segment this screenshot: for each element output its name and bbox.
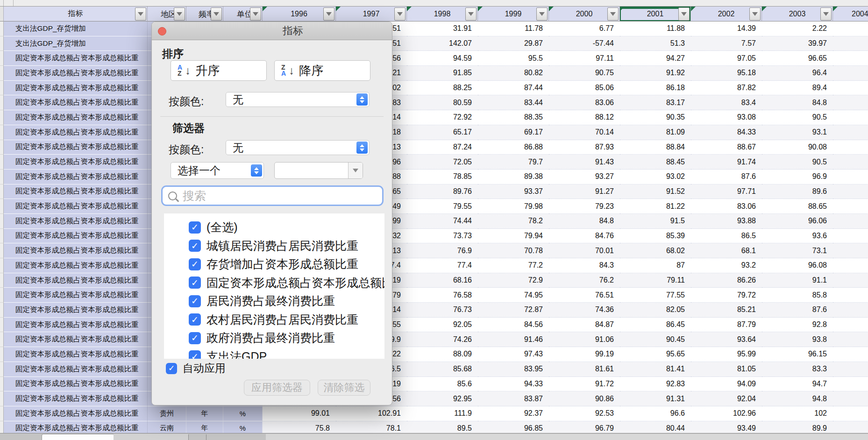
value-cell[interactable]: 86.88 <box>478 140 549 155</box>
value-cell[interactable]: 87.6 <box>762 303 833 318</box>
value-cell[interactable]: 92.95 <box>407 391 478 406</box>
value-cell[interactable]: 79.98 <box>478 199 549 214</box>
indicator-cell[interactable]: 固定资本形成总额占资本形成总额比重 <box>4 170 148 185</box>
value-cell[interactable]: 93.6 <box>762 229 833 244</box>
value-cell[interactable]: 91.92 <box>620 66 691 81</box>
value-cell[interactable]: 97.11 <box>549 51 620 66</box>
value-cell[interactable]: 86.26 <box>691 273 762 288</box>
filter-value-combobox[interactable] <box>274 162 363 179</box>
value-cell[interactable] <box>833 347 868 362</box>
value-cell[interactable]: 76.9 <box>407 243 478 258</box>
filter-dropdown-button[interactable] <box>174 7 185 21</box>
value-cell[interactable] <box>833 273 868 288</box>
value-cell[interactable]: 85.6 <box>407 377 478 392</box>
value-cell[interactable]: 11.78 <box>478 21 549 36</box>
value-cell[interactable]: 91.72 <box>549 377 620 392</box>
value-cell[interactable]: 92.05 <box>407 318 478 333</box>
value-cell[interactable]: 93.2 <box>691 258 762 273</box>
value-cell[interactable]: 99.19 <box>549 347 620 362</box>
indicator-cell[interactable]: 固定资本形成总额占资本形成总额比重 <box>4 318 148 333</box>
value-cell[interactable] <box>833 66 868 81</box>
value-cell[interactable]: 84.8 <box>549 214 620 229</box>
combo-dropdown-button[interactable] <box>348 163 363 178</box>
filter-dropdown-button[interactable] <box>250 7 261 21</box>
value-cell[interactable]: 81.05 <box>691 362 762 377</box>
value-cell[interactable]: 96.6 <box>620 406 691 421</box>
value-cell[interactable]: 93.08 <box>691 110 762 125</box>
value-cell[interactable]: 80.59 <box>407 95 478 110</box>
indicator-cell[interactable]: 固定资本形成总额占资本形成总额比重 <box>4 362 148 377</box>
filter-dropdown-button[interactable] <box>211 7 222 21</box>
value-cell[interactable]: 14.39 <box>691 21 762 36</box>
value-cell[interactable] <box>833 95 868 110</box>
value-cell[interactable]: 94.7 <box>762 377 833 392</box>
column-header-1998[interactable]: 1998 <box>407 7 478 21</box>
value-cell[interactable]: 111.9 <box>407 406 478 421</box>
value-cell[interactable]: 89.38 <box>478 170 549 185</box>
value-cell[interactable]: 29.87 <box>478 36 549 51</box>
value-cell[interactable]: 72.9 <box>478 273 549 288</box>
value-cell[interactable]: 84.56 <box>478 318 549 333</box>
auto-apply-checkbox[interactable]: ✓ <box>166 363 177 374</box>
value-cell[interactable]: 97.05 <box>691 51 762 66</box>
indicator-cell[interactable]: 固定资本形成总额占资本形成总额比重 <box>4 377 148 392</box>
value-cell[interactable]: 86.18 <box>620 81 691 96</box>
value-cell[interactable]: 2.22 <box>762 21 833 36</box>
value-cell[interactable]: 94.27 <box>620 51 691 66</box>
value-cell[interactable]: 83.06 <box>549 95 620 110</box>
filter-list-item[interactable]: ✓居民消费占最终消费比重 <box>164 292 384 311</box>
column-header-1997[interactable]: 1997 <box>336 7 407 21</box>
filter-list-item[interactable]: ✓城镇居民消费占居民消费比重 <box>164 237 384 255</box>
value-cell[interactable]: 83.4 <box>691 95 762 110</box>
filter-dropdown-button[interactable] <box>678 7 690 21</box>
value-cell[interactable] <box>833 229 868 244</box>
value-cell[interactable]: 91.5 <box>620 214 691 229</box>
value-cell[interactable] <box>833 81 868 96</box>
filter-list-item[interactable]: ✓政府消费占最终消费比重 <box>164 329 384 348</box>
value-cell[interactable]: 91.06 <box>549 332 620 347</box>
indicator-cell[interactable]: 固定资本形成总额占资本形成总额比重 <box>4 66 148 81</box>
value-cell[interactable]: 87.82 <box>691 81 762 96</box>
checkbox[interactable]: ✓ <box>189 240 201 252</box>
value-cell[interactable]: 89.6 <box>762 185 833 199</box>
value-cell[interactable] <box>833 185 868 199</box>
value-cell[interactable]: 72.87 <box>478 303 549 318</box>
value-cell[interactable] <box>833 155 868 170</box>
value-cell[interactable]: 102.91 <box>336 406 407 421</box>
value-cell[interactable] <box>833 288 868 303</box>
value-cell[interactable]: 93.1 <box>762 125 833 140</box>
value-cell[interactable]: 90.35 <box>620 110 691 125</box>
column-header-2000[interactable]: 2000 <box>549 7 620 21</box>
value-cell[interactable]: 81.09 <box>620 125 691 140</box>
dialog-titlebar[interactable]: 指标 <box>152 22 392 40</box>
column-header-1999[interactable]: 1999 <box>478 7 549 21</box>
filter-dropdown-button[interactable] <box>323 7 334 21</box>
indicator-cell[interactable]: 固定资本形成总额占资本形成总额比重 <box>4 243 148 258</box>
value-cell[interactable]: 90.45 <box>620 332 691 347</box>
value-cell[interactable]: 85.39 <box>620 229 691 244</box>
value-cell[interactable]: 80.82 <box>478 66 549 81</box>
value-cell[interactable] <box>833 140 868 155</box>
value-cell[interactable]: 31.91 <box>407 21 478 36</box>
indicator-cell[interactable]: 固定资本形成总额占资本形成总额比重 <box>4 258 148 273</box>
value-cell[interactable]: 87.79 <box>691 318 762 333</box>
value-cell[interactable]: 69.17 <box>478 125 549 140</box>
value-cell[interactable]: 90.5 <box>762 110 833 125</box>
value-cell[interactable]: 82.05 <box>620 303 691 318</box>
frequency-cell[interactable]: 年 <box>186 406 223 421</box>
region-cell[interactable]: 贵州 <box>148 406 186 421</box>
value-cell[interactable]: 93.37 <box>478 185 549 199</box>
value-cell[interactable]: -57.44 <box>549 36 620 51</box>
checkbox[interactable]: ✓ <box>189 258 201 270</box>
value-cell[interactable]: 79.72 <box>691 288 762 303</box>
value-cell[interactable] <box>833 21 868 36</box>
value-cell[interactable] <box>833 391 868 406</box>
value-cell[interactable]: 11.88 <box>620 21 691 36</box>
value-cell[interactable]: 88.12 <box>549 110 620 125</box>
value-cell[interactable]: 93.64 <box>691 332 762 347</box>
filter-dropdown-button[interactable] <box>394 7 406 21</box>
value-cell[interactable]: 70.01 <box>549 243 620 258</box>
value-cell[interactable] <box>833 199 868 214</box>
value-cell[interactable]: 93.8 <box>762 332 833 347</box>
value-cell[interactable]: 77.4 <box>407 258 478 273</box>
